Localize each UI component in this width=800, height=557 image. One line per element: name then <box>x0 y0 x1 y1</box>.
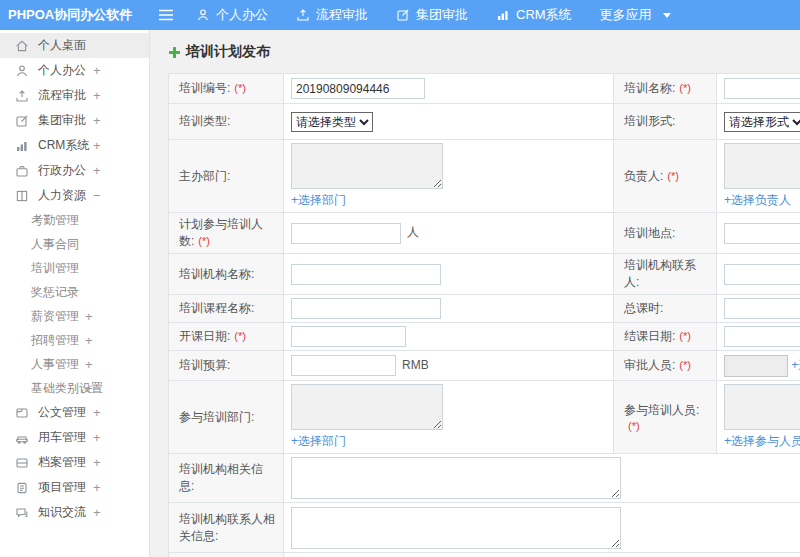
sidebar-hr-submenu: 考勤管理 人事合同 培训管理 奖惩记录 薪资管理 + 招聘管理 + 人事管理 + <box>0 208 149 400</box>
briefcase-icon <box>15 164 29 178</box>
project-file-icon <box>15 481 29 495</box>
sidebar-item-crm[interactable]: CRM系统 + <box>0 133 149 158</box>
location-input[interactable] <box>724 223 800 244</box>
car-icon <box>15 431 29 445</box>
approver-box[interactable] <box>724 355 788 377</box>
leader-textarea[interactable] <box>724 143 800 189</box>
sidebar-subitem-attendance[interactable]: 考勤管理 <box>0 208 149 232</box>
sidebar-subitem-personnel[interactable]: 人事管理 + <box>0 352 149 376</box>
page-title: 培训计划发布 <box>168 43 800 61</box>
org-contact-info-textarea[interactable] <box>291 507 621 549</box>
sidebar-item-hr[interactable]: 人力资源 − <box>0 183 149 208</box>
org-name-input[interactable] <box>291 264 441 285</box>
org-info-label: 培训机构相关信息: <box>169 454 284 503</box>
document-icon <box>15 406 29 420</box>
training-type-select[interactable]: 请选择类型 <box>291 112 373 132</box>
leader-label: 负责人:(*) <box>614 140 717 213</box>
sidebar-item-documents[interactable]: 公文管理 + <box>0 400 149 425</box>
sidebar-nav: 个人桌面 个人办公 + 流程审批 + 集团审批 + <box>0 30 150 557</box>
course-name-label: 培训课程名称: <box>169 295 284 323</box>
select-approver-link[interactable]: +选择审批人员 <box>791 358 800 372</box>
total-hours-input[interactable] <box>724 298 800 319</box>
select-join-people-link[interactable]: +选择参与人员 <box>724 433 800 450</box>
edit-icon <box>15 114 29 128</box>
expand-toggle[interactable]: + <box>93 455 101 470</box>
sidebar-subitem-base-category[interactable]: 基础类别设置 + <box>0 376 149 400</box>
bar-chart-icon <box>15 139 29 153</box>
sidebar-subitem-recruit[interactable]: 招聘管理 + <box>0 328 149 352</box>
training-no-input[interactable] <box>291 78 425 99</box>
expand-toggle[interactable]: + <box>93 480 101 495</box>
upload-flow-icon <box>296 8 310 22</box>
hamburger-menu-icon[interactable] <box>158 8 174 22</box>
join-dept-label: 参与培训部门: <box>169 381 284 454</box>
sidebar-item-project[interactable]: 项目管理 + <box>0 475 149 500</box>
course-name-input[interactable] <box>291 298 441 319</box>
expand-toggle[interactable]: + <box>93 163 101 178</box>
expand-toggle[interactable]: + <box>93 63 101 78</box>
start-date-input[interactable] <box>291 326 406 347</box>
select-join-dept-link[interactable]: +选择部门 <box>291 433 346 450</box>
sidebar-item-vehicle[interactable]: 用车管理 + <box>0 425 149 450</box>
add-plus-icon <box>168 46 181 59</box>
plan-count-input[interactable] <box>291 223 401 244</box>
expand-toggle[interactable]: + <box>93 430 101 445</box>
top-menu-personal-office[interactable]: 个人办公 <box>196 6 268 24</box>
org-contact-input[interactable] <box>724 264 800 285</box>
requirement-label: 培训要求: <box>169 553 284 557</box>
user-icon <box>15 64 29 78</box>
top-menu-crm[interactable]: CRM系统 <box>496 6 572 24</box>
training-type-label: 培训类型: <box>169 104 284 140</box>
expand-toggle[interactable]: + <box>93 113 101 128</box>
org-contact-label: 培训机构联系人: <box>614 254 717 295</box>
expand-toggle[interactable]: + <box>85 357 93 372</box>
sidebar-item-personal-office[interactable]: 个人办公 + <box>0 58 149 83</box>
top-header: PHPOA协同办公软件 个人办公 流程审批 集团审批 CRM系统 <box>0 0 800 30</box>
sidebar-item-knowledge[interactable]: 知识交流 + <box>0 500 149 525</box>
training-plan-form: 培训编号:(*) 培训名称:(*) 培训类型: 请选择类型 培训形式: 请选择形… <box>168 73 800 557</box>
main-content: 培训计划发布 培训编号:(*) 培训名称:(*) 培训类型: 请选择类型 培训形… <box>150 30 800 557</box>
expand-toggle[interactable]: + <box>93 138 101 153</box>
sidebar-subitem-training[interactable]: 培训管理 <box>0 256 149 280</box>
sidebar-item-archive[interactable]: 档案管理 + <box>0 450 149 475</box>
edit-icon <box>396 8 410 22</box>
select-dept-link[interactable]: +选择部门 <box>291 192 346 209</box>
training-name-label: 培训名称:(*) <box>614 74 717 104</box>
sidebar-subitem-rewards[interactable]: 奖惩记录 <box>0 280 149 304</box>
budget-label: 培训预算: <box>169 351 284 381</box>
sidebar-item-group-approval[interactable]: 集团审批 + <box>0 108 149 133</box>
training-no-label: 培训编号:(*) <box>169 74 284 104</box>
user-icon <box>196 8 210 22</box>
collapse-toggle[interactable]: − <box>93 188 101 203</box>
join-dept-textarea[interactable] <box>291 384 443 430</box>
top-menu-group-approval[interactable]: 集团审批 <box>396 6 468 24</box>
expand-toggle[interactable]: + <box>85 309 93 324</box>
select-leader-link[interactable]: +选择负责人 <box>724 192 791 209</box>
join-people-textarea[interactable] <box>724 384 800 430</box>
expand-toggle[interactable]: + <box>85 333 93 348</box>
training-form-select[interactable]: 请选择形式 <box>724 112 800 132</box>
training-form-label: 培训形式: <box>614 104 717 140</box>
expand-toggle[interactable]: + <box>93 505 101 520</box>
currency-unit: RMB <box>402 358 429 372</box>
expand-toggle[interactable]: + <box>93 405 101 420</box>
end-date-input[interactable] <box>724 326 800 347</box>
count-unit: 人 <box>407 225 419 239</box>
budget-input[interactable] <box>291 355 396 376</box>
top-menu-flow-approval[interactable]: 流程审批 <box>296 6 368 24</box>
plan-count-label: 计划参与培训人数:(*) <box>169 213 284 254</box>
sidebar-subitem-salary[interactable]: 薪资管理 + <box>0 304 149 328</box>
training-name-input[interactable] <box>724 78 800 99</box>
top-menu-more-apps[interactable]: 更多应用 <box>600 6 671 24</box>
host-dept-textarea[interactable] <box>291 143 443 189</box>
expand-toggle[interactable]: + <box>93 88 101 103</box>
sidebar-item-admin-office[interactable]: 行政办公 + <box>0 158 149 183</box>
sidebar-item-desktop[interactable]: 个人桌面 <box>0 33 149 58</box>
sidebar-subitem-hr-contract[interactable]: 人事合同 <box>0 232 149 256</box>
org-contact-info-label: 培训机构联系人相关信息: <box>169 503 284 553</box>
total-hours-label: 总课时: <box>614 295 717 323</box>
sidebar-item-flow-approval[interactable]: 流程审批 + <box>0 83 149 108</box>
org-info-textarea[interactable] <box>291 457 621 499</box>
join-people-label: 参与培训人员:(*) <box>614 381 717 454</box>
expand-toggle[interactable]: + <box>85 381 93 396</box>
